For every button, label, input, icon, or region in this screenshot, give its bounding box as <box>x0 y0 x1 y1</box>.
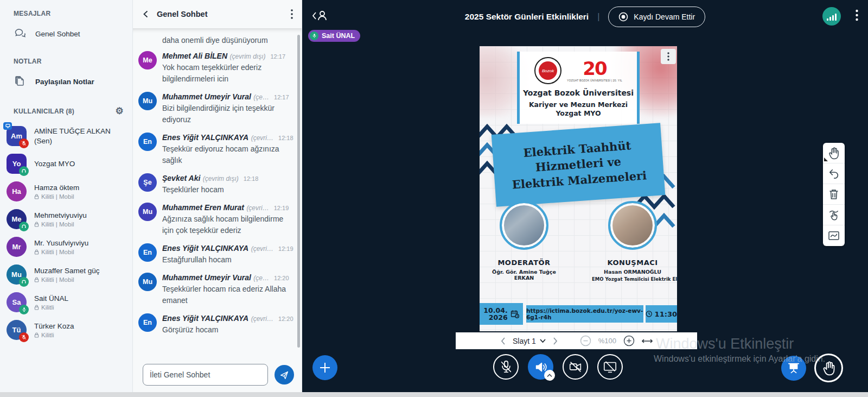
chevron-right-icon <box>553 337 558 345</box>
slide-options-button[interactable] <box>661 49 676 64</box>
avatar-initials: Tü <box>12 326 21 334</box>
raise-hand-button[interactable] <box>814 354 843 382</box>
share-screen-button[interactable] <box>597 354 623 380</box>
slide-select-dropdown[interactable]: Slayt 1 <box>513 337 546 345</box>
message-text: Yok hocam teşekkürler ederiz bilgilendir… <box>162 62 292 85</box>
speaker-photo <box>608 201 657 250</box>
hand-tool-button[interactable] <box>823 143 845 163</box>
presenter-screen-icon <box>3 122 12 130</box>
actions-plus-button[interactable] <box>312 355 337 380</box>
avatar: En <box>138 133 157 151</box>
avatar: Mu <box>138 203 157 221</box>
chat-scrollbar[interactable] <box>297 35 300 348</box>
chat-message-input[interactable] <box>143 364 268 386</box>
unmute-microphone-button[interactable] <box>493 354 519 380</box>
presentation-stage: 2025 Sektör Günleri Etkinlikleri | Kaydı… <box>302 0 868 397</box>
avatar: Tü <box>7 320 27 340</box>
pan-tool-button[interactable] <box>823 205 845 225</box>
chevron-left-icon <box>500 337 506 345</box>
users-section-title: KULLANICILAR (8) ⚙ <box>0 102 132 120</box>
zoom-percentage: %100 <box>598 337 616 345</box>
message-text: Görşürüz hocam <box>162 324 293 336</box>
lock-icon <box>34 305 39 310</box>
user-name: Türker Koza <box>34 322 74 331</box>
chat-message: En Enes Yiğit YALÇINKAYA (çevri…12:20 Gö… <box>138 313 292 336</box>
toggle-userlist-button[interactable] <box>312 10 328 22</box>
user-status-text: Kilitli <box>41 304 54 311</box>
user-status-text: Kilitli | Mobil <box>41 221 74 228</box>
chat-message: Şe Şevket Aki (çevrim dışı)12:18 Teşeklü… <box>138 173 292 196</box>
message-author: Muhammet Eren Murat <box>162 203 244 212</box>
message-text: Teşekkürler hocam rica ederiz Allaha ema… <box>162 283 292 306</box>
user-row[interactable]: Am AMİNE TUĞÇE ALKAN (Sen) <box>0 122 132 150</box>
sidebar-item-shared-notes[interactable]: Paylaşılan Notlar <box>0 70 132 93</box>
avatar: En <box>138 313 157 332</box>
user-list: Am AMİNE TUĞÇE ALKAN (Sen) Yo Yozgat MYO <box>0 122 132 344</box>
send-message-button[interactable] <box>275 365 294 385</box>
user-row[interactable]: Yo Yozgat MYO <box>0 150 132 178</box>
mic-on-icon <box>310 31 318 40</box>
restore-presentation-button[interactable] <box>781 356 806 381</box>
avatar-initials: Mu <box>11 270 22 279</box>
zoom-out-button[interactable] <box>580 335 591 346</box>
delete-annotations-button[interactable] <box>823 184 845 205</box>
talking-indicator[interactable]: Sait ÜNAL <box>308 30 360 42</box>
public-chat-panel: Genel Sohbet daha onemli diye düşünüyoru… <box>133 0 302 397</box>
chat-options-kebab-icon[interactable] <box>291 9 293 19</box>
multi-user-whiteboard-button[interactable] <box>823 225 845 246</box>
undo-button[interactable] <box>823 163 845 184</box>
message-text: Teşeklürler hocam <box>162 184 258 196</box>
send-paper-plane-icon <box>279 370 289 380</box>
chat-message: Mu Muhammet Eren Murat (çevri…12:19 Ağzı… <box>138 203 292 236</box>
chat-header: Genel Sohbet <box>133 0 302 28</box>
user-row[interactable]: Mr Mr. Yusufviyıviyu Kilitli | Mobil <box>0 233 132 261</box>
event-date-box: 10.04. 2026 <box>480 303 523 325</box>
chat-message: En Enes Yiğit YALÇINKAYA (çevri…12:19 Es… <box>138 243 292 266</box>
user-status: Kilitli | Mobil <box>34 221 87 228</box>
event-time-box: 11:30 <box>646 305 677 323</box>
messages-section-title: MESAJLAR <box>0 5 132 22</box>
resume-recording-button[interactable]: Kaydı Devam Ettir <box>608 7 705 27</box>
chat-message: En Enes Yiğit YALÇINKAYA (çevri…12:18 Te… <box>138 133 292 166</box>
audio-settings-button[interactable] <box>528 354 553 380</box>
undo-arrow-icon <box>828 168 840 179</box>
zoom-in-button[interactable] <box>623 335 635 346</box>
back-chevron-icon[interactable] <box>142 10 150 18</box>
user-row[interactable]: Mu Muzaffer Samet güç Kilitli | Mobil <box>0 261 132 288</box>
fit-width-button[interactable] <box>642 338 653 344</box>
message-presence: (çevrim dışı) <box>230 53 266 60</box>
audio-options-chevron-icon[interactable] <box>544 370 555 381</box>
event-date: 2026 <box>483 314 507 321</box>
user-row[interactable]: Ha Hamza öktem Kilitli | Mobil <box>0 178 132 205</box>
message-text: Bizi bilgilendirdiğiniz için teşekkür ed… <box>162 103 292 125</box>
lock-icon <box>34 222 39 227</box>
avatar-initials: Yo <box>12 160 21 168</box>
stage-options-kebab-icon[interactable] <box>856 9 858 21</box>
manage-users-gear-icon[interactable]: ⚙ <box>115 106 124 116</box>
speakers-row: MODERATÖR Öğr. Gör. Amine Tuğçe ERKAN KO… <box>480 201 677 282</box>
message-text: Teşekkür ediyoruz hocam ağzınıza sağlık <box>162 143 293 166</box>
message-time: 12:17 <box>274 94 289 100</box>
avatar: Am <box>7 126 27 146</box>
avatar-initials: Me <box>11 215 21 223</box>
user-name: Yozgat MYO <box>34 159 75 169</box>
message-presence: (çe… <box>253 93 269 101</box>
connection-status-button[interactable] <box>822 7 841 26</box>
presentation-slide[interactable]: Bozok 20 YOZGAT BOZOK ÜNİVERSİTESİ | 20.… <box>480 46 677 331</box>
current-slide-label: Slayt 1 <box>513 337 536 345</box>
headset-badge-icon <box>19 222 29 231</box>
event-time: 11:30 <box>655 310 677 318</box>
sidebar-item-public-chat[interactable]: Genel Sohbet <box>0 22 132 46</box>
chat-message-list[interactable]: daha onemli diye düşünüyorum Me Mehmet A… <box>133 28 302 358</box>
moderator-photo <box>500 201 548 250</box>
user-row[interactable]: Tü Türker Koza Kilitli <box>0 316 132 344</box>
chat-message: Mu Muhammet Umeyir Vural (çe…12:17 Bizi … <box>138 92 292 125</box>
avatar: Mu <box>138 92 157 110</box>
next-slide-button[interactable] <box>553 337 558 345</box>
share-webcam-button[interactable] <box>563 354 588 380</box>
message-author: Enes Yiğit YALÇINKAYA <box>162 244 248 253</box>
user-row[interactable]: Sa Sait ÜNAL Kilitli <box>0 288 132 316</box>
previous-slide-button[interactable] <box>500 337 506 345</box>
speaker-title: EMO Yozgat Temsilcisi Elektrik Elektroni… <box>592 276 673 282</box>
user-row[interactable]: Me Mehmetviyuviyu Kilitli | Mobil <box>0 205 132 233</box>
